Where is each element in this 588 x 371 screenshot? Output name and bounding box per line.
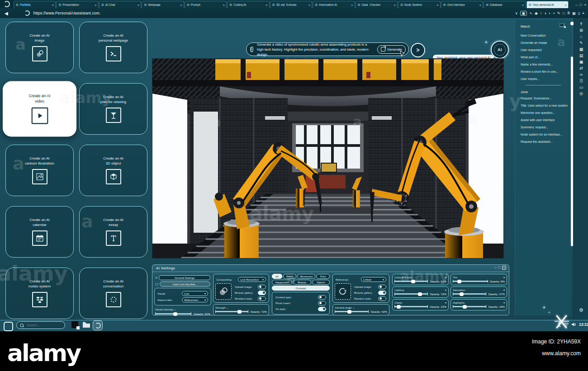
card-create-ai-plan-for-relaxing[interactable]: Create an AIplan for relaxing xyxy=(79,83,147,135)
circle-extension-icon[interactable]: ◉ xyxy=(535,11,538,15)
slider-knob[interactable] xyxy=(173,312,177,316)
tag-retro[interactable]: Retro xyxy=(283,274,297,279)
card-create-ai-3d-object[interactable]: Create an AI3D object xyxy=(79,145,147,196)
tab-close-icon[interactable]: x xyxy=(394,4,395,6)
taskbar-app-notes-icon[interactable] xyxy=(71,321,78,328)
history-item[interactable]: Review a short film in one... xyxy=(521,70,571,73)
tab-close-icon[interactable]: x xyxy=(351,4,353,6)
tab-3d-obj-extrude[interactable]: ⊞3D obj_Extrudex xyxy=(270,1,312,8)
history-item[interactable]: Request the assistant... xyxy=(521,140,571,143)
tab-close-icon[interactable]: x xyxy=(479,4,481,6)
tab-close-icon[interactable]: x xyxy=(95,4,96,6)
volume-icon[interactable] xyxy=(571,322,577,327)
record-icon[interactable]: ◯ xyxy=(155,282,158,286)
generated-video-frame[interactable] xyxy=(152,58,504,258)
slider-knob[interactable] xyxy=(347,310,351,314)
upload-image2-toggle[interactable] xyxy=(378,285,386,289)
strength-slider[interactable] xyxy=(215,311,248,312)
add-frame-tool-icon[interactable]: ⊞ xyxy=(574,28,588,33)
target-tool-icon[interactable]: ◎ xyxy=(574,91,588,96)
reference-dropdown[interactable]: Linked▾ xyxy=(361,277,386,282)
history-item[interactable]: Summery: request... xyxy=(521,126,571,129)
window-minimize-button[interactable]: – xyxy=(575,3,577,7)
history-item[interactable]: Assist with user interface xyxy=(521,118,571,122)
wave-extension-icon[interactable]: ∿ xyxy=(529,11,532,15)
tab-webpage[interactable]: ⊞Webpagex xyxy=(142,1,184,8)
history-item[interactable]: Node system for an interface... xyxy=(521,133,571,136)
add-extension-icon[interactable]: + xyxy=(582,11,584,15)
start-button[interactable] xyxy=(4,322,13,331)
move-tool-icon[interactable]: Ŧ xyxy=(574,22,588,26)
tab-your-personal-ai[interactable]: ⊞Your personal AIx xyxy=(526,1,569,8)
browse-gallery-toggle[interactable] xyxy=(258,291,266,295)
card-create-ai-nodes-system[interactable]: Create an AInodes system xyxy=(5,268,74,319)
taskbar-search[interactable] xyxy=(16,321,65,329)
link-tool-icon[interactable]: ∞ xyxy=(574,72,588,77)
settings-maximize-button[interactable]: □ xyxy=(498,266,500,270)
visual-intensity-slider[interactable] xyxy=(155,313,191,315)
color-tone-slider[interactable] xyxy=(394,281,428,282)
edit-extension-icon[interactable]: ✎ xyxy=(557,11,560,15)
idea-input[interactable]: Insert you big idea... xyxy=(160,282,210,286)
taskbar-app-files-icon[interactable] xyxy=(82,321,90,330)
url-field[interactable]: https://www.PersonalAIassistant.com. xyxy=(33,11,101,15)
window-close-button[interactable]: × xyxy=(584,3,586,7)
browse-gallery2-toggle[interactable] xyxy=(378,291,386,295)
reference-thumbnail[interactable] xyxy=(335,283,351,300)
grid-tool-icon[interactable]: ▦ xyxy=(574,47,588,52)
tab-close-icon[interactable]: x xyxy=(266,4,267,6)
lock-extension-icon[interactable]: □ xyxy=(563,11,565,15)
search-input[interactable] xyxy=(26,323,59,328)
tag-movement[interactable]: Movement xyxy=(297,274,315,279)
pen-tool-icon[interactable]: ✎ xyxy=(574,41,588,45)
tab-close-icon[interactable]: x xyxy=(180,4,182,6)
camera-angle-slider[interactable] xyxy=(335,311,369,312)
tab-information-ai[interactable]: ⊞Information AIx xyxy=(313,1,355,8)
plus2-extension-icon[interactable]: + xyxy=(553,11,555,15)
card-create-ai-video[interactable]: Create an AIvideo xyxy=(3,81,76,136)
chevron-down-icon[interactable]: ∨ xyxy=(515,11,518,15)
tab-close-icon[interactable]: x xyxy=(223,4,224,6)
prompt-text[interactable]: Generate a video of synchronized robotic… xyxy=(257,42,377,57)
random-style-toggle[interactable] xyxy=(378,296,386,301)
card-create-ai-calendar[interactable]: Create an AIcalendar xyxy=(5,206,74,258)
tab-ai-chat[interactable]: ⊞AI Chatx xyxy=(99,1,141,8)
slider-knob[interactable] xyxy=(237,310,242,314)
tag-all[interactable]: All xyxy=(272,274,282,279)
upload-image-toggle[interactable] xyxy=(258,285,266,289)
lighting-slider[interactable] xyxy=(394,293,428,295)
tag-concept[interactable]: Concept xyxy=(272,286,330,291)
tag-nature[interactable]: Nature xyxy=(312,280,330,285)
tab-close-icon[interactable]: x xyxy=(565,4,566,6)
prompt-bar[interactable]: Generate a video of synchronized robotic… xyxy=(246,42,409,56)
tint-slider[interactable] xyxy=(453,281,488,282)
grid-extension-icon[interactable]: ▦ xyxy=(572,11,576,15)
photo-insert-toggle[interactable] xyxy=(318,301,326,305)
card-create-ai-essay[interactable]: Create an AIessay xyxy=(79,206,147,258)
history-item[interactable]: What part of... xyxy=(521,56,571,59)
card-create-ai-personal-webpage[interactable]: Create an AIpersonal webpage xyxy=(79,22,147,73)
tag-happyness[interactable]: Happyness xyxy=(272,280,292,285)
tab-close-icon[interactable]: x xyxy=(437,4,438,6)
highlights-slider[interactable] xyxy=(453,306,486,307)
browser-logo[interactable] xyxy=(0,0,14,8)
tab-data-checker[interactable]: ⊞Data_Checkerx xyxy=(356,1,398,8)
upload-extension-icon[interactable]: ↑ xyxy=(540,11,542,15)
tab-close-icon[interactable]: x xyxy=(522,4,524,6)
frame-tool-icon[interactable]: ▭ xyxy=(574,85,588,89)
history-item[interactable]: Title: User asked for a new system xyxy=(521,104,571,107)
window-maximize-button[interactable]: □ xyxy=(580,3,582,7)
share-extension-icon[interactable]: ※ xyxy=(567,11,570,15)
close-icon[interactable]: ✕ xyxy=(155,276,157,279)
tab-node-system[interactable]: ⊞Node Systemx xyxy=(398,1,440,8)
screenshot-icon[interactable]: ▣ xyxy=(520,11,527,16)
history-item[interactable]: Generate an image xyxy=(521,41,571,44)
tab-portfolio[interactable]: ⊞Portfoliox xyxy=(14,1,56,8)
history-item[interactable]: User requested xyxy=(521,48,571,52)
saturation-slider[interactable] xyxy=(453,293,486,295)
taskbar-app-browser-active-icon[interactable] xyxy=(93,320,103,330)
tab-prompt[interactable]: ⊞Promptx xyxy=(185,1,227,8)
clarity-slider[interactable] xyxy=(394,306,428,307)
tab-close-icon[interactable]: x xyxy=(308,4,310,6)
gear-icon[interactable]: ⚙ xyxy=(574,307,588,313)
